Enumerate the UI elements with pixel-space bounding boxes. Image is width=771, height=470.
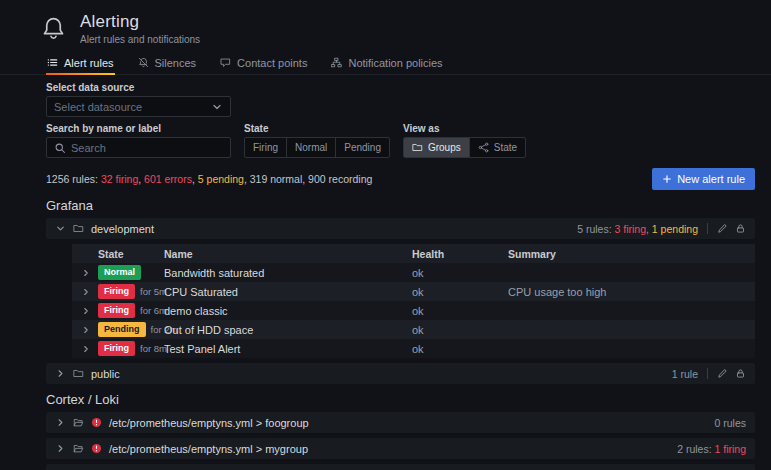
alert-rule-row[interactable]: Firingfor 8mTest Panel Alertok — [72, 339, 755, 358]
page-heading: Alerting Alert rules and notifications — [80, 12, 200, 45]
group-stats: 5 rules: 3 firing, 1 pending — [577, 223, 698, 235]
state-filter-field: State FiringNormalPending — [244, 123, 390, 158]
page-subtitle: Alert rules and notifications — [80, 34, 200, 45]
column-health: Health — [412, 248, 508, 260]
new-alert-rule-label: New alert rule — [677, 173, 745, 185]
rule-group-row[interactable]: /etc/prometheus/emptyns.yml — [46, 464, 755, 470]
tab-notification-policies[interactable]: Notification policies — [330, 51, 443, 74]
group-right: 5 rules: 3 firing, 1 pending — [577, 223, 746, 235]
summary-segment: , 319 normal, 900 recording — [244, 173, 372, 185]
state-filter: FiringNormalPending — [244, 137, 390, 158]
tab-label: Silences — [155, 57, 197, 69]
column-summary: Summary — [508, 248, 755, 260]
folder-open-icon — [73, 443, 84, 454]
chevron-right-icon[interactable] — [55, 443, 66, 454]
state-option-firing[interactable]: Firing — [245, 138, 286, 157]
search-icon — [54, 142, 66, 154]
rule-summary: CPU usage too high — [508, 286, 755, 298]
rule-health: ok — [412, 324, 508, 336]
rule-name: CPU Saturated — [164, 286, 412, 298]
search-input[interactable] — [71, 142, 223, 154]
content: Select data source Select datasource Sea… — [0, 82, 771, 470]
summary-segment: 5 pending — [198, 173, 244, 185]
edit-icon[interactable] — [717, 223, 728, 234]
chevron-right-icon[interactable] — [72, 325, 98, 335]
viewas-state[interactable]: State — [469, 138, 525, 157]
group-right: 1 rule — [672, 368, 746, 380]
edit-icon[interactable] — [717, 368, 728, 379]
lock-icon[interactable] — [735, 368, 746, 379]
state-badge: Firing — [98, 303, 135, 317]
alert-rule-row[interactable]: Firingfor 5mCPU SaturatedokCPU usage too… — [72, 282, 755, 301]
search-field: Search by name or label — [46, 123, 231, 158]
search-box — [46, 137, 231, 158]
table-header: StateNameHealthSummary — [72, 244, 755, 263]
rule-state-cell: Normal — [98, 265, 164, 279]
viewas-toggle: GroupsState — [403, 137, 526, 158]
alert-rule-row[interactable]: Firingfor 6mdemo classicok — [72, 301, 755, 320]
group-stats: 2 rules: 1 firing — [677, 443, 746, 455]
rule-state-cell: Firingfor 8m — [98, 341, 164, 355]
alert-rule-row[interactable]: Pendingfor 2mOut of HDD spaceok — [72, 320, 755, 339]
section-title: Cortex / Loki — [46, 392, 755, 407]
tab-silences[interactable]: Silences — [137, 51, 198, 74]
rules-table: StateNameHealthSummaryNormalBandwidth sa… — [72, 244, 755, 358]
summary-segment: 32 firing — [101, 173, 138, 185]
plus-icon — [662, 174, 672, 184]
rule-group-row[interactable]: /etc/prometheus/emptyns.yml > foogroup0 … — [46, 412, 755, 433]
rule-group-row[interactable]: development5 rules: 3 firing, 1 pending — [46, 218, 755, 239]
folder-icon — [73, 368, 84, 379]
chevron-right-icon[interactable] — [72, 268, 98, 278]
chevron-right-icon[interactable] — [55, 417, 66, 428]
chevron-down-icon — [211, 101, 223, 113]
tab-bar: Alert rulesSilencesContact pointsNotific… — [0, 51, 771, 75]
exclamation-circle-icon — [91, 443, 102, 454]
for-duration: for 6m — [140, 305, 167, 316]
tab-label: Alert rules — [64, 57, 114, 69]
chevron-down-icon[interactable] — [55, 223, 66, 234]
column-name: Name — [164, 248, 412, 260]
summary-row: 1256 rules: 32 firing, 601 errors, 5 pen… — [46, 168, 755, 190]
lock-icon[interactable] — [735, 223, 746, 234]
folder-icon — [412, 142, 423, 153]
datasource-field: Select data source Select datasource — [46, 82, 755, 117]
chevron-right-icon[interactable] — [72, 344, 98, 354]
alerting-page: Alerting Alert rules and notifications A… — [0, 0, 771, 470]
divider — [707, 223, 708, 234]
rule-health: ok — [412, 267, 508, 279]
viewas-field: View as GroupsState — [403, 123, 526, 158]
chevron-right-icon[interactable] — [72, 306, 98, 316]
state-badge: Firing — [98, 341, 135, 355]
viewas-groups[interactable]: Groups — [404, 138, 469, 157]
group-stats: 0 rules — [714, 417, 746, 429]
rule-group-row[interactable]: /etc/prometheus/emptyns.yml > mygroup2 r… — [46, 438, 755, 459]
rule-group-row[interactable]: public1 rule — [46, 363, 755, 384]
page-header: Alerting Alert rules and notifications — [0, 0, 771, 51]
chevron-right-icon[interactable] — [72, 287, 98, 297]
tab-label: Notification policies — [348, 57, 442, 69]
group-right: 2 rules: 1 firing — [677, 443, 746, 455]
new-alert-rule-button[interactable]: New alert rule — [652, 168, 755, 190]
share-icon — [478, 142, 489, 153]
state-option-pending[interactable]: Pending — [335, 138, 389, 157]
datasource-select[interactable]: Select datasource — [46, 96, 231, 117]
rule-name: Bandwidth saturated — [164, 267, 412, 279]
rule-list: Grafanadevelopment5 rules: 3 firing, 1 p… — [46, 198, 755, 470]
group-name: /etc/prometheus/emptyns.yml > foogroup — [109, 417, 309, 429]
tab-label: Contact points — [237, 57, 307, 69]
filters: Select data source Select datasource Sea… — [46, 82, 755, 158]
alert-rule-row[interactable]: NormalBandwidth saturatedok — [72, 263, 755, 282]
for-duration: for 8m — [140, 343, 167, 354]
section-title: Grafana — [46, 198, 755, 213]
list-icon — [47, 57, 58, 68]
rule-state-cell: Firingfor 5m — [98, 284, 164, 298]
viewas-option-label: State — [494, 142, 517, 153]
group-stats: 1 rule — [672, 368, 698, 380]
state-badge: Firing — [98, 284, 135, 298]
rule-health: ok — [412, 343, 508, 355]
tab-alert-rules[interactable]: Alert rules — [46, 51, 115, 74]
rule-name: Test Panel Alert — [164, 343, 412, 355]
state-option-normal[interactable]: Normal — [286, 138, 335, 157]
chevron-right-icon[interactable] — [55, 368, 66, 379]
tab-contact-points[interactable]: Contact points — [219, 51, 308, 74]
